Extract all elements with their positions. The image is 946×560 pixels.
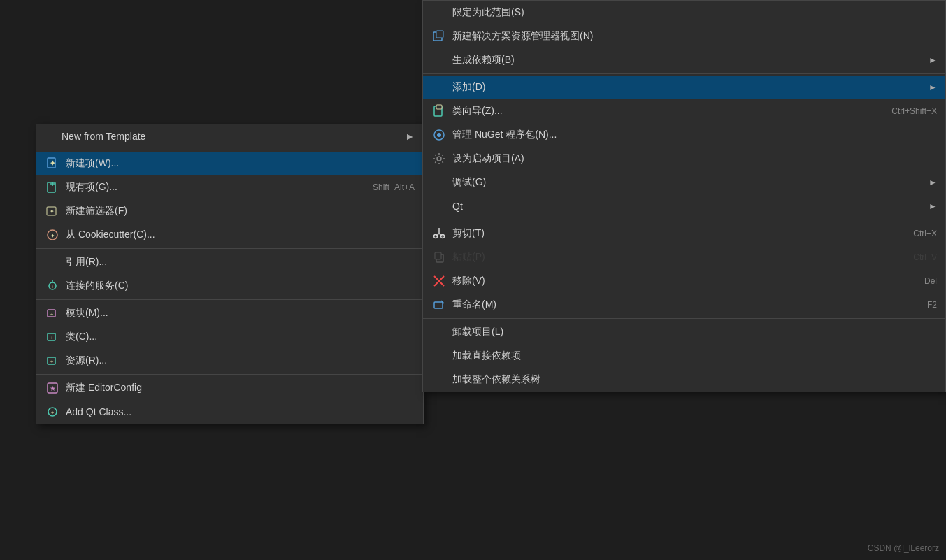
cookiecutter-menu-item[interactable]: ✦ 从 Cookiecutter(C)... <box>36 223 423 247</box>
new-from-template-label: New from Template <box>62 131 405 142</box>
build-deps-item[interactable]: 生成依赖项(B) ► <box>423 48 945 72</box>
svg-text:+: + <box>50 359 54 365</box>
add-icon <box>431 80 447 95</box>
add-qt-class-menu-item[interactable]: + Add Qt Class... <box>36 400 423 424</box>
build-deps-icon <box>431 52 447 68</box>
unload-label: 卸载项目(L) <box>452 326 937 338</box>
existing-item-shortcut: Shift+Alt+A <box>373 182 415 192</box>
paste-label: 粘贴(P) <box>452 251 899 264</box>
existing-item-label: 现有项(G)... <box>66 181 359 194</box>
svg-text:✦: ✦ <box>50 159 56 167</box>
new-filter-menu-item[interactable]: ✦ 新建筛选器(F) <box>36 199 423 223</box>
svg-point-28 <box>437 157 441 161</box>
svg-text:+: + <box>50 335 54 341</box>
rename-label: 重命名(M) <box>452 299 913 311</box>
resource-menu-item[interactable]: + 资源(R)... <box>36 349 423 373</box>
separator-3 <box>36 374 423 375</box>
nuget-item[interactable]: 管理 NuGet 程序包(N)... <box>423 123 945 147</box>
new-filter-icon: ✦ <box>45 203 60 219</box>
remove-shortcut: Del <box>924 276 937 286</box>
connected-service-icon: + <box>45 278 60 294</box>
qt-arrow-icon: ► <box>929 201 937 211</box>
unload-project-item[interactable]: 卸载项目(L) <box>423 320 945 344</box>
cut-label: 剪切(T) <box>452 227 899 240</box>
set-startup-label: 设为启动项目(A) <box>452 152 937 165</box>
class-wizard-icon <box>431 103 447 119</box>
debug-item[interactable]: 调试(G) ► <box>423 171 945 194</box>
svg-rect-23 <box>436 31 443 38</box>
scope-icon <box>431 5 447 20</box>
svg-text:★: ★ <box>50 385 56 392</box>
cut-icon <box>431 226 447 241</box>
rename-shortcut: F2 <box>927 300 937 310</box>
reference-icon <box>45 254 60 270</box>
debug-label: 调试(G) <box>452 176 929 189</box>
scope-label: 限定为此范围(S) <box>452 6 937 19</box>
existing-item-icon <box>45 180 60 195</box>
paste-shortcut: Ctrl+V <box>913 252 937 262</box>
resource-label: 资源(R)... <box>66 354 415 367</box>
scope-limit-item[interactable]: 限定为此范围(S) <box>423 1 945 24</box>
svg-rect-38 <box>434 302 443 308</box>
remove-item[interactable]: 移除(V) Del <box>423 269 945 293</box>
svg-rect-35 <box>435 252 441 259</box>
solution-view-label: 新建解决方案资源管理器视图(N) <box>452 30 937 43</box>
qt-item[interactable]: Qt ► <box>423 194 945 218</box>
module-label: 模块(M)... <box>66 307 415 320</box>
svg-rect-25 <box>436 105 442 109</box>
paste-item[interactable]: 粘贴(P) Ctrl+V <box>423 245 945 269</box>
editorconfig-icon: ★ <box>45 380 60 396</box>
remove-label: 移除(V) <box>452 275 910 287</box>
class-menu-item[interactable]: + 类(C)... <box>36 325 423 349</box>
new-item-menu-item[interactable]: ✦ 新建项(W)... <box>36 152 423 175</box>
svg-text:+: + <box>51 410 55 416</box>
svg-text:+: + <box>51 285 54 289</box>
qt-icon <box>431 199 447 214</box>
solution-view-item[interactable]: 新建解决方案资源管理器视图(N) <box>423 24 945 48</box>
separator-r1 <box>423 73 945 74</box>
editorconfig-menu-item[interactable]: ★ 新建 EditorConfig <box>36 376 423 400</box>
add-item[interactable]: 添加(D) ► <box>423 76 945 99</box>
connected-service-label: 连接的服务(C) <box>66 280 415 292</box>
cut-shortcut: Ctrl+X <box>913 229 937 238</box>
svg-text:+: + <box>50 311 54 317</box>
watermark: CSDN @l_lLeerorz <box>868 543 939 553</box>
load-all-deps-item[interactable]: 加载整个依赖关系树 <box>423 368 945 392</box>
separator-r3 <box>423 318 945 319</box>
cookiecutter-icon: ✦ <box>45 227 60 243</box>
right-context-menu: 限定为此范围(S) 新建解决方案资源管理器视图(N) 生成依赖项(B) ► 添加… <box>422 0 946 392</box>
rename-item[interactable]: 重命名(M) F2 <box>423 293 945 317</box>
cookiecutter-label: 从 Cookiecutter(C)... <box>66 229 415 241</box>
load-all-icon <box>431 372 447 387</box>
reference-menu-item[interactable]: 引用(R)... <box>36 250 423 274</box>
qt-label: Qt <box>452 201 929 212</box>
set-startup-item[interactable]: 设为启动项目(A) <box>423 147 945 171</box>
build-deps-label: 生成依赖项(B) <box>452 54 929 66</box>
new-item-icon: ✦ <box>45 156 60 171</box>
gear-icon <box>431 151 447 166</box>
nuget-label: 管理 NuGet 程序包(N)... <box>452 129 937 141</box>
class-wizard-shortcut: Ctrl+Shift+X <box>891 106 937 116</box>
add-label: 添加(D) <box>452 81 929 94</box>
submenu-arrow-icon: ► <box>405 131 415 142</box>
cut-item[interactable]: 剪切(T) Ctrl+X <box>423 222 945 245</box>
paste-icon <box>431 250 447 265</box>
nuget-icon <box>431 127 447 143</box>
connected-service-menu-item[interactable]: + 连接的服务(C) <box>36 274 423 298</box>
build-deps-arrow-icon: ► <box>929 55 937 65</box>
reference-label: 引用(R)... <box>66 256 415 268</box>
class-wizard-label: 类向导(Z)... <box>452 105 877 117</box>
load-direct-deps-item[interactable]: 加载直接依赖项 <box>423 344 945 368</box>
left-context-menu: New from Template ► ✦ 新建项(W)... 现有项(G)..… <box>36 124 424 424</box>
add-qt-class-icon: + <box>45 404 60 419</box>
svg-point-27 <box>437 133 441 137</box>
module-menu-item[interactable]: + 模块(M)... <box>36 301 423 325</box>
class-wizard-item[interactable]: 类向导(Z)... Ctrl+Shift+X <box>423 99 945 123</box>
watermark-text: CSDN @l_lLeerorz <box>868 543 939 553</box>
separator-r2 <box>423 220 945 220</box>
remove-icon <box>431 273 447 289</box>
new-from-template-item[interactable]: New from Template ► <box>36 124 423 148</box>
existing-item-menu-item[interactable]: 现有项(G)... Shift+Alt+A <box>36 175 423 199</box>
add-arrow-icon: ► <box>929 82 937 92</box>
solution-view-icon <box>431 29 447 44</box>
